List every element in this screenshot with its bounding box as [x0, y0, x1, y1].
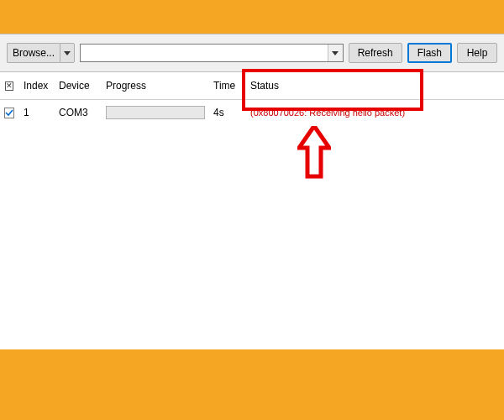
browse-button[interactable]: Browse...	[7, 43, 60, 63]
refresh-button[interactable]: Refresh	[349, 43, 402, 63]
toolbar: Browse... Refresh Flash Help	[0, 34, 504, 72]
cell-progress	[101, 103, 208, 122]
check-icon	[5, 108, 13, 117]
help-button[interactable]: Help	[457, 43, 497, 63]
flash-button[interactable]: Flash	[407, 43, 452, 63]
clear-selection-icon[interactable]: ✕	[5, 81, 13, 91]
cell-index: 1	[18, 104, 54, 121]
header-progress[interactable]: Progress	[101, 77, 208, 94]
app-window: Browse... Refresh Flash Help ✕ Index Dev…	[0, 34, 504, 349]
file-combo-caret[interactable]	[328, 45, 343, 61]
header-device[interactable]: Device	[54, 77, 101, 94]
file-combo[interactable]	[80, 44, 344, 62]
chevron-down-icon	[64, 51, 71, 55]
cell-status: (0x80070026: Receiving hello packet)	[245, 105, 504, 120]
row-checkbox[interactable]	[4, 108, 14, 118]
browse-split-button[interactable]: Browse...	[7, 43, 75, 63]
table-header: ✕ Index Device Progress Time Status	[0, 72, 504, 100]
cell-device: COM3	[54, 104, 101, 121]
header-status[interactable]: Status	[245, 77, 504, 94]
header-time[interactable]: Time	[208, 77, 245, 94]
device-table: ✕ Index Device Progress Time Status 1 CO…	[0, 72, 504, 349]
header-index[interactable]: Index	[18, 77, 54, 94]
file-combo-input[interactable]	[81, 45, 328, 61]
chevron-down-icon	[332, 51, 339, 55]
table-row[interactable]: 1 COM3 4s (0x80070026: Receiving hello p…	[0, 100, 504, 125]
cell-time: 4s	[208, 104, 245, 121]
browse-dropdown-caret[interactable]	[60, 43, 75, 63]
footer-decoration	[0, 383, 504, 420]
progress-bar	[106, 106, 205, 119]
annotation-arrow-icon	[297, 126, 331, 187]
